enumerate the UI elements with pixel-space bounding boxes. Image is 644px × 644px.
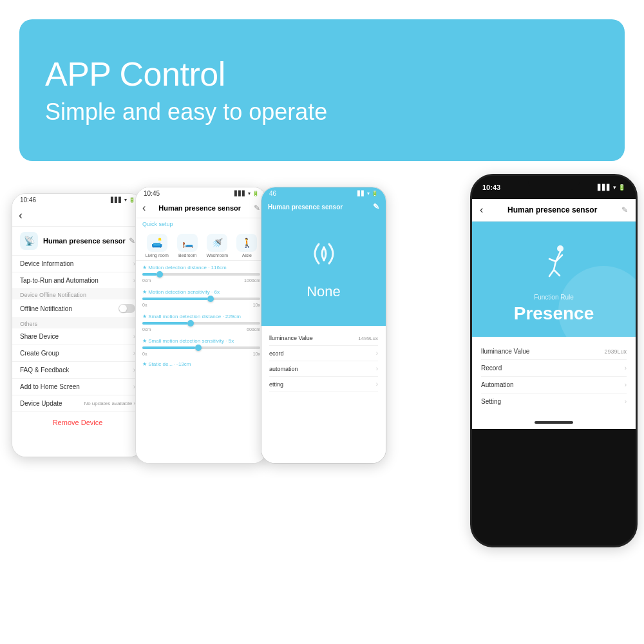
phone3-row-setting[interactable]: etting ›	[269, 377, 378, 392]
phone4-row-setting[interactable]: Setting ›	[481, 393, 627, 410]
phone4-row-automation[interactable]: Automation ›	[481, 377, 627, 393]
phone2-slider-motion-dist: ★ Motion detection distance · 116cm 0cm1…	[136, 261, 267, 285]
phone1-menu-create-group[interactable]: Create Group ›	[12, 345, 143, 362]
slider-track-1[interactable]	[142, 273, 260, 276]
banner-subtitle: Simple and easy to operate	[45, 99, 599, 126]
slider-thumb-1[interactable]	[156, 271, 163, 278]
phone4-inner: ‹ Human presence sensor ✎	[472, 199, 636, 429]
phone2-time: 10:45	[144, 190, 160, 197]
phone2-status-bar: 10:45 ▋▋▋▾🔋	[136, 187, 267, 198]
phone2-slider-small-dist: ★ Small motion detection distance · 229c…	[136, 310, 267, 334]
phone3-status-icons: ▋▋▾🔋	[357, 191, 378, 196]
phone1-header: ‹	[12, 205, 143, 227]
phone4-header: ‹ Human presence sensor ✎	[472, 199, 636, 222]
phone1-menu-device-info[interactable]: Device Information ›	[12, 256, 143, 272]
slider-track-2[interactable]	[142, 298, 260, 300]
slider-thumb-4[interactable]	[195, 345, 202, 351]
phone3-wave-icon	[305, 234, 343, 276]
phone2-slider-motion-sens: ★ Motion detection sensitivity · 6x 0x10…	[136, 285, 267, 310]
phone1-section-offline: Device Offline Notification	[12, 289, 143, 299]
phone1-menu-share[interactable]: Share Device ›	[12, 328, 143, 345]
phone3-status: None	[307, 283, 341, 300]
slider-track-3[interactable]	[142, 322, 260, 325]
phone2-icons-row: 🛋️ Living room 🛏️ Bedroom 🚿 Washroom 🚶 A…	[136, 230, 267, 261]
phone1-time: 10:46	[20, 196, 36, 204]
phone3-row-automation[interactable]: automation ›	[269, 361, 378, 377]
bedroom-icon: 🛏️	[177, 234, 198, 252]
phone4-row-record[interactable]: Record ›	[481, 360, 627, 377]
slider-thumb-2[interactable]	[207, 296, 214, 302]
phone3-row-illuminance: lluminance Value 1499Lux	[269, 331, 378, 346]
phone2-slider-small-sens: ★ Small motion detection sensitivity · 5…	[136, 334, 267, 359]
phone1-menu-update[interactable]: Device Update No updates available ›	[12, 395, 143, 412]
phone3-row-record[interactable]: ecord ›	[269, 346, 378, 361]
home-bar-indicator	[535, 421, 573, 424]
aisle-icon: 🚶	[236, 234, 257, 252]
phone1-status-icons: ▋▋▋▾🔋	[111, 197, 135, 203]
phone4-bottom: lluminance Value 2939Lux Record › Automa…	[472, 337, 636, 416]
phone1-menu-home-screen[interactable]: Add to Home Screen ›	[12, 379, 143, 395]
phone1-edit-icon[interactable]: ✎	[129, 236, 135, 245]
svg-point-0	[557, 245, 564, 252]
phone4-row-illuminance: lluminance Value 2939Lux	[481, 343, 627, 360]
phone3-bottom: lluminance Value 1499Lux ecord › automat…	[261, 326, 386, 397]
phone-settings: 10:46 ▋▋▋▾🔋 ‹ 📡 Human presence sensor ✎ …	[12, 193, 144, 457]
phone2-back[interactable]: ‹	[142, 202, 146, 214]
phone2-screen: 10:45 ▋▋▋▾🔋 ‹ Human presence sensor ✎ Qu…	[136, 187, 267, 463]
phone1-device-icon: 📡	[20, 232, 38, 250]
phone3-screen: 46 ▋▋▾🔋 Human presence sensor ✎	[261, 187, 386, 463]
phone4-home-bar	[472, 416, 636, 429]
phones-showcase: 10:46 ▋▋▋▾🔋 ‹ 📡 Human presence sensor ✎ …	[0, 180, 644, 644]
living-room-icon: 🛋️	[147, 234, 167, 252]
phone4-main: Function Rule Presence	[472, 222, 636, 337]
phone2-icon-bedroom[interactable]: 🛏️ Bedroom	[177, 234, 198, 258]
chevron-right-icon: ›	[625, 398, 627, 405]
phone1-back-button[interactable]: ‹	[19, 209, 23, 222]
phone2-static-label: ★ Static de... ···13cm	[136, 359, 267, 370]
banner-title: APP Control	[45, 55, 599, 93]
phone2-edit-icon[interactable]: ✎	[254, 204, 260, 213]
phone1-device-name: Human presence sensor	[43, 237, 129, 245]
slider-track-4[interactable]	[142, 346, 260, 349]
phone2-header: ‹ Human presence sensor ✎	[136, 198, 267, 218]
chevron-right-icon: ›	[625, 365, 627, 372]
phone3-header: Human presence sensor ✎	[261, 198, 386, 215]
phone4-notch-bar: 10:43 ▋▋▋▾🔋	[472, 176, 636, 199]
phone1-menu-offline[interactable]: Offline Notification	[12, 299, 143, 318]
phone1-section-others: Others	[12, 318, 143, 328]
phone4-title: Human presence sensor	[507, 205, 597, 214]
phone3-time: 46	[269, 190, 276, 197]
chevron-right-icon: ›	[376, 381, 378, 388]
phone1-remove-device[interactable]: Remove Device	[12, 412, 143, 433]
phone-none: 46 ▋▋▾🔋 Human presence sensor ✎	[261, 187, 386, 464]
phone2-title: Human presence sensor	[158, 204, 241, 212]
chevron-right-icon: ›	[625, 381, 627, 388]
phone-sliders: 10:45 ▋▋▋▾🔋 ‹ Human presence sensor ✎ Qu…	[135, 187, 267, 464]
phone4-time: 10:43	[482, 184, 500, 191]
chevron-right-icon: ›	[376, 365, 378, 372]
phone1-screen: 10:46 ▋▋▋▾🔋 ‹ 📡 Human presence sensor ✎ …	[12, 194, 143, 457]
phone4-status-icons: ▋▋▋▾🔋	[598, 184, 625, 191]
phone2-quick-setup: Quick setup	[136, 218, 267, 230]
phone1-menu-faq[interactable]: FAQ & Feedback ›	[12, 362, 143, 379]
phone-presence: 10:43 ▋▋▋▾🔋 ‹ Human presence sensor ✎	[470, 174, 638, 547]
phone3-edit-icon[interactable]: ✎	[373, 202, 379, 211]
phone2-icon-aisle[interactable]: 🚶 Aisle	[236, 234, 257, 258]
phone3-title: Human presence sensor	[268, 204, 343, 211]
phone2-status-icons: ▋▋▋▾🔋	[234, 191, 259, 196]
slider-thumb-3[interactable]	[187, 320, 194, 327]
phone2-icon-washroom[interactable]: 🚿 Washroom	[206, 234, 228, 258]
phone3-status-bar: 46 ▋▋▾🔋	[261, 187, 386, 198]
washroom-icon: 🚿	[207, 234, 227, 252]
phone4-back[interactable]: ‹	[480, 204, 483, 216]
phone4-notch	[528, 176, 580, 190]
phone1-offline-toggle[interactable]	[118, 304, 135, 313]
phone3-main: None	[261, 215, 386, 326]
phone1-status-bar: 10:46 ▋▋▋▾🔋	[12, 194, 143, 205]
app-control-banner: APP Control Simple and easy to operate	[19, 19, 625, 161]
phone4-edit-icon[interactable]: ✎	[621, 205, 628, 214]
phone2-icon-living[interactable]: 🛋️ Living room	[146, 234, 169, 258]
phone1-menu-tap-run[interactable]: Tap-to-Run and Automation ›	[12, 272, 143, 289]
phone1-device-row: 📡 Human presence sensor ✎	[12, 227, 143, 256]
chevron-right-icon: ›	[376, 350, 378, 357]
